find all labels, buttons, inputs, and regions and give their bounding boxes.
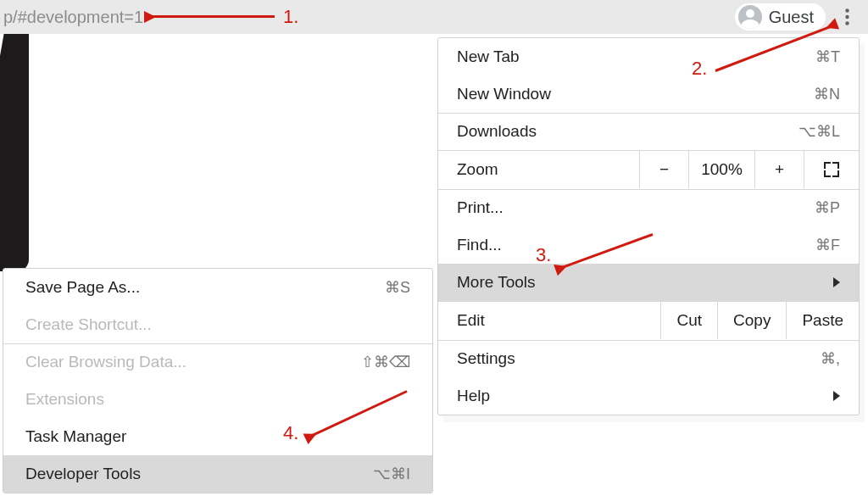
menu-shortcut: ⇧⌘⌫ (361, 353, 410, 371)
menu-label: Developer Tools (25, 465, 366, 483)
menu-item-help[interactable]: Help (438, 377, 859, 415)
edit-copy-button[interactable]: Copy (718, 302, 787, 339)
menu-item-find[interactable]: Find... ⌘F (438, 226, 859, 264)
menu-shortcut: ⌘T (796, 47, 840, 66)
menu-label: Zoom (457, 160, 639, 179)
menu-shortcut: ⌥⌘L (796, 122, 840, 141)
zoom-out-button[interactable]: − (640, 151, 689, 188)
submenu-item-developer-tools[interactable]: Developer Tools ⌥⌘I (3, 455, 432, 493)
menu-shortcut: ⌘P (796, 198, 840, 217)
menu-label: Task Manager (25, 427, 410, 446)
menu-label: New Tab (457, 47, 796, 66)
kebab-menu-button[interactable] (834, 4, 860, 30)
svg-point-0 (845, 8, 849, 12)
menu-label: Edit (457, 311, 660, 330)
submenu-item-create-shortcut: Create Shortcut... (3, 306, 432, 343)
menu-item-edit: Edit Cut Copy Paste (438, 301, 859, 340)
menu-item-more-tools[interactable]: More Tools (438, 264, 859, 301)
profile-label: Guest (769, 8, 814, 27)
browser-top-bar: p/#development=1 Guest (0, 0, 868, 34)
profile-button[interactable]: Guest (735, 3, 826, 31)
menu-shortcut: ⌘N (796, 85, 840, 103)
menu-label: Print... (457, 198, 796, 217)
fullscreen-button[interactable] (804, 151, 859, 188)
menu-shortcut: ⌘F (796, 236, 840, 254)
address-bar-fragment[interactable]: p/#development=1 (0, 8, 143, 27)
more-tools-submenu: Save Page As... ⌘S Create Shortcut... Cl… (3, 268, 433, 493)
menu-item-settings[interactable]: Settings ⌘, (438, 340, 859, 377)
zoom-level: 100% (689, 151, 755, 188)
menu-shortcut: ⌘S (366, 278, 410, 297)
menu-label: Extensions (25, 390, 410, 409)
fullscreen-icon (824, 162, 839, 177)
menu-label: Downloads (457, 122, 796, 141)
svg-point-2 (845, 21, 849, 25)
submenu-item-task-manager[interactable]: Task Manager (3, 418, 432, 455)
chevron-right-icon (833, 391, 840, 401)
page-content-sliver (0, 34, 29, 271)
kebab-icon (845, 8, 849, 25)
svg-point-1 (845, 15, 849, 19)
menu-item-print[interactable]: Print... ⌘P (438, 189, 859, 226)
chevron-right-icon (833, 277, 840, 287)
submenu-item-extensions: Extensions (3, 381, 432, 418)
menu-label: Help (457, 387, 826, 405)
submenu-item-clear-browsing-data: Clear Browsing Data... ⇧⌘⌫ (3, 343, 432, 381)
menu-shortcut: ⌘, (796, 349, 840, 368)
submenu-item-save-page-as[interactable]: Save Page As... ⌘S (3, 269, 432, 306)
menu-shortcut: ⌥⌘I (366, 465, 410, 483)
menu-label: Settings (457, 349, 796, 368)
menu-item-new-window[interactable]: New Window ⌘N (438, 75, 859, 113)
menu-label: Save Page As... (25, 278, 366, 297)
edit-paste-button[interactable]: Paste (787, 302, 859, 339)
menu-item-zoom: Zoom − 100% + (438, 150, 859, 189)
menu-item-downloads[interactable]: Downloads ⌥⌘L (438, 113, 859, 150)
menu-item-new-tab[interactable]: New Tab ⌘T (438, 38, 859, 75)
menu-label: Create Shortcut... (25, 315, 410, 334)
avatar-icon (738, 5, 762, 29)
main-dropdown-menu: New Tab ⌘T New Window ⌘N Downloads ⌥⌘L Z… (437, 37, 860, 415)
menu-label: Find... (457, 236, 796, 254)
menu-label: Clear Browsing Data... (25, 353, 361, 371)
edit-cut-button[interactable]: Cut (661, 302, 718, 339)
menu-label: More Tools (457, 273, 826, 292)
menu-label: New Window (457, 85, 796, 103)
zoom-in-button[interactable]: + (755, 151, 804, 188)
